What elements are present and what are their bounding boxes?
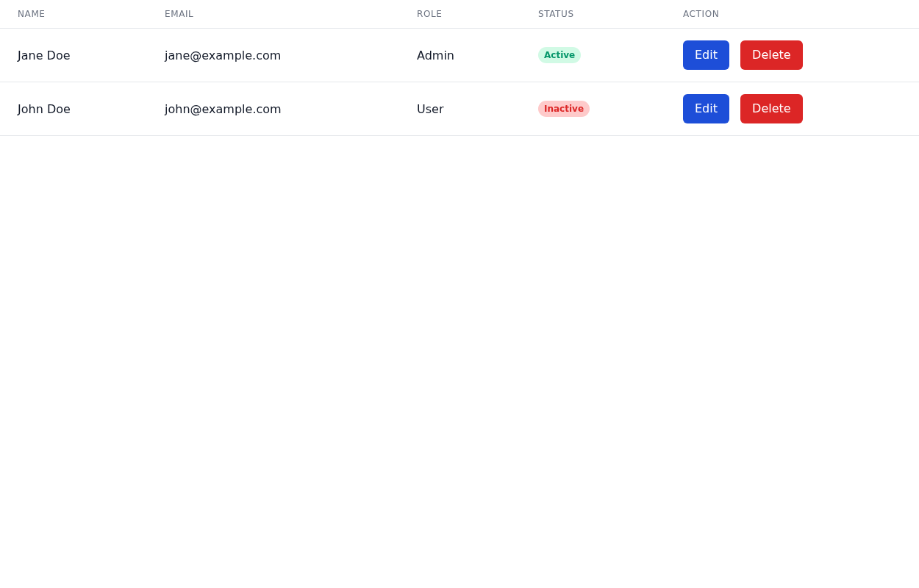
cell-name: John Doe <box>0 82 147 136</box>
table-header: Name Email Role Status Action <box>0 0 919 29</box>
table-body: Jane Doe jane@example.com Admin Active E… <box>0 29 919 136</box>
cell-status: Inactive <box>521 82 665 136</box>
cell-actions: Edit Delete <box>665 29 919 82</box>
header-action: Action <box>665 0 919 29</box>
delete-button[interactable]: Delete <box>740 94 803 123</box>
header-status: Status <box>521 0 665 29</box>
cell-role: User <box>399 82 521 136</box>
cell-name: Jane Doe <box>0 29 147 82</box>
cell-email: jane@example.com <box>147 29 399 82</box>
status-badge: Active <box>538 47 581 63</box>
edit-button[interactable]: Edit <box>683 94 729 123</box>
users-table: Name Email Role Status Action Jane Doe j… <box>0 0 919 136</box>
table-header-row: Name Email Role Status Action <box>0 0 919 29</box>
delete-button[interactable]: Delete <box>740 40 803 70</box>
header-email: Email <box>147 0 399 29</box>
cell-status: Active <box>521 29 665 82</box>
cell-role: Admin <box>399 29 521 82</box>
table-row: Jane Doe jane@example.com Admin Active E… <box>0 29 919 82</box>
header-name: Name <box>0 0 147 29</box>
edit-button[interactable]: Edit <box>683 40 729 70</box>
cell-actions: Edit Delete <box>665 82 919 136</box>
table-row: John Doe john@example.com User Inactive … <box>0 82 919 136</box>
cell-email: john@example.com <box>147 82 399 136</box>
status-badge: Inactive <box>538 101 590 117</box>
header-role: Role <box>399 0 521 29</box>
